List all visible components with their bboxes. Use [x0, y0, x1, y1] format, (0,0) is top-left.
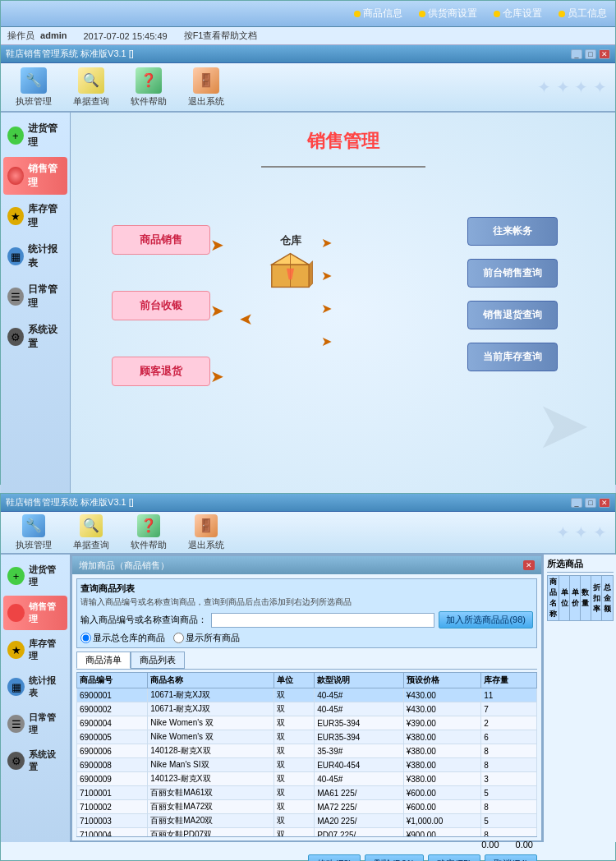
- sidebar-item-settings[interactable]: ⚙ 系统设置: [3, 318, 67, 356]
- dialog-close-button[interactable]: ✕: [523, 560, 535, 570]
- sidebar2-settings[interactable]: ⚙ 系统设置: [3, 744, 67, 778]
- sidebar-item-inventory[interactable]: ★ 库存管理: [3, 197, 67, 235]
- software-help-button[interactable]: ❓ 软件帮助: [124, 64, 173, 111]
- inventory-label-2: 库存管理: [29, 638, 63, 662]
- sidebar-item-sales[interactable]: 销售管理: [3, 157, 67, 195]
- purchase-label: 进货管理: [28, 122, 63, 150]
- product-table: 商品编号 商品名称 单位 款型说明 预设价格 库存量 690000110671-…: [76, 672, 537, 836]
- minimize-button[interactable]: _: [571, 49, 582, 59]
- sidebar2-sales[interactable]: 销售管理: [3, 596, 67, 630]
- shift-manage-button-2[interactable]: 🔧 执班管理: [9, 511, 58, 555]
- datetime-label: 2017-07-02 15:45:49: [83, 31, 167, 41]
- product-sales-btn[interactable]: 商品销售: [112, 225, 210, 255]
- table-row[interactable]: 7100001百丽女鞋MA61双双MA61 225/¥600.005: [77, 786, 537, 800]
- sidebar2-purchase[interactable]: + 进货管理: [3, 559, 67, 593]
- delete-button[interactable]: 删除(D21): [365, 854, 424, 861]
- sidebar2-daily[interactable]: ☰ 日常管理: [3, 707, 67, 741]
- table-row[interactable]: 690000110671-耐克XJ双双40-45#¥430.0011: [77, 688, 537, 702]
- radio-warehouse-input[interactable]: [80, 633, 91, 643]
- sales-label-2: 销售管理: [29, 601, 63, 625]
- confirm-button[interactable]: 确定(F5): [428, 854, 480, 861]
- search-input[interactable]: [211, 613, 434, 628]
- total-right: 0.00: [516, 840, 533, 849]
- nav-product-info-label: 商品信息: [363, 7, 402, 21]
- tab-product-list[interactable]: 商品清单: [76, 652, 131, 669]
- table-row[interactable]: 7100004百丽女鞋PD07双双PD07 225/¥900.008: [77, 828, 537, 837]
- radio-all-input[interactable]: [173, 633, 184, 643]
- table-row[interactable]: 6900006140128-耐克X双双35-39#¥380.008: [77, 744, 537, 758]
- reports-icon: ▦: [7, 247, 24, 265]
- table-row[interactable]: 7100003百丽女鞋MA20双双MA20 225/¥1,000.005: [77, 814, 537, 828]
- deco-arrow: ➤: [536, 387, 591, 463]
- arrow-4: ➤: [239, 309, 253, 329]
- radio-all[interactable]: 显示所有商品: [173, 632, 240, 644]
- arrow-right-1: ➤: [321, 235, 332, 251]
- tab-product-category[interactable]: 商品列表: [131, 652, 185, 669]
- ledger-btn[interactable]: 往来帐务: [467, 217, 558, 246]
- reports-label-2: 统计报表: [29, 675, 63, 699]
- sales-label: 销售管理: [28, 162, 63, 190]
- table-row[interactable]: 6900004Nike Women's 双双EUR35-394¥390.002: [77, 716, 537, 730]
- customer-return-btn[interactable]: 顾客退货: [112, 357, 210, 386]
- inventory-icon: ★: [7, 207, 24, 225]
- inventory-label: 库存管理: [28, 202, 63, 230]
- maximize-button-2[interactable]: □: [585, 498, 596, 508]
- table-row[interactable]: 690000210671-耐克XJ双双40-45#¥430.007: [77, 702, 537, 716]
- exit-icon: 🚪: [193, 67, 219, 94]
- radio-group: 显示总仓库的商品 显示所有商品: [80, 632, 533, 644]
- software-help-icon: ❓: [136, 67, 162, 94]
- daily-icon-2: ☰: [7, 715, 25, 733]
- exit-button[interactable]: 🚪 退出系统: [182, 64, 231, 111]
- title-underline: [261, 166, 425, 168]
- product-table-scroll[interactable]: 商品编号 商品名称 单位 款型说明 预设价格 库存量 690000110671-…: [76, 672, 537, 836]
- search-hint: 请输入商品编号或名称查询商品，查询到商品后点击添加到右边列所选商品: [80, 596, 533, 608]
- table-row[interactable]: 6900005Nike Women's 双双EUR35-394¥380.006: [77, 730, 537, 744]
- nav-supplier[interactable]: 供货商设置: [419, 7, 477, 21]
- nav-dot3: [494, 11, 500, 17]
- sales-query-btn[interactable]: 前台销售查询: [467, 259, 558, 288]
- shift-manage-label: 执班管理: [16, 95, 52, 108]
- shift-label-2: 执班管理: [16, 539, 52, 551]
- order-query-button-2[interactable]: 🔍 单据查询: [67, 511, 116, 555]
- sidebar2-reports[interactable]: ▦ 统计报表: [3, 670, 67, 704]
- sales-title: 销售管理: [87, 129, 599, 154]
- return-query-btn[interactable]: 销售退货查询: [467, 301, 558, 329]
- sidebar-item-reports[interactable]: ▦ 统计报表: [3, 237, 67, 275]
- sidebar2-inventory[interactable]: ★ 库存管理: [3, 633, 67, 667]
- window-controls-2: _ □ ✕: [571, 498, 610, 508]
- add-selected-button[interactable]: 加入所选商品品(98): [439, 611, 533, 628]
- close-button-2[interactable]: ✕: [599, 498, 610, 508]
- maximize-button[interactable]: □: [585, 49, 596, 59]
- exit-button-2[interactable]: 🚪 退出系统: [182, 511, 231, 555]
- shift-manage-icon: 🔧: [21, 67, 47, 94]
- inventory-icon-2: ★: [7, 641, 25, 659]
- exit-label-2: 退出系统: [188, 539, 224, 551]
- close-button[interactable]: ✕: [599, 49, 610, 59]
- shift-manage-button[interactable]: 🔧 执班管理: [9, 64, 58, 111]
- table-row[interactable]: 7100002百丽女鞋MA72双双MA72 225/¥600.008: [77, 800, 537, 814]
- nav-employee-label: 员工信息: [568, 7, 607, 21]
- exit-icon-2: 🚪: [195, 514, 218, 537]
- minimize-button-2[interactable]: _: [571, 498, 582, 508]
- nav-warehouse[interactable]: 仓库设置: [494, 7, 542, 21]
- selected-products-title: 所选商品: [547, 558, 614, 573]
- order-query-button[interactable]: 🔍 单据查询: [67, 64, 116, 111]
- nav-employee[interactable]: 员工信息: [559, 7, 607, 21]
- warehouse-icon: [268, 250, 313, 291]
- edit-button[interactable]: 修改(F3): [308, 854, 361, 861]
- content-area: 销售管理 商品销售 前台收银 顾客退货 ➤ ➤ ➤: [71, 113, 615, 509]
- top-nav: 商品信息 供货商设置 仓库设置 员工信息: [1, 1, 615, 27]
- sidebar-item-purchase[interactable]: + 进货管理: [3, 117, 67, 154]
- nav-product-info[interactable]: 商品信息: [354, 7, 402, 21]
- col-header-name: 商品名称: [148, 673, 274, 688]
- table-row[interactable]: 6900008Nike Man's SI双双EUR40-454¥380.008: [77, 758, 537, 772]
- order-query-icon: 🔍: [78, 67, 104, 94]
- table-row[interactable]: 6900009140123-耐克X双双40-45#¥380.003: [77, 772, 537, 786]
- cashier-btn[interactable]: 前台收银: [112, 291, 210, 320]
- inventory-query-btn[interactable]: 当前库存查询: [467, 343, 558, 371]
- radio-warehouse[interactable]: 显示总仓库的商品: [80, 632, 165, 644]
- cancel-button[interactable]: 取消(F4): [485, 854, 537, 861]
- help-button-2[interactable]: ❓ 软件帮助: [124, 511, 173, 555]
- sidebar-item-daily[interactable]: ☰ 日常管理: [3, 278, 67, 315]
- col-header-price: 预设价格: [403, 673, 480, 688]
